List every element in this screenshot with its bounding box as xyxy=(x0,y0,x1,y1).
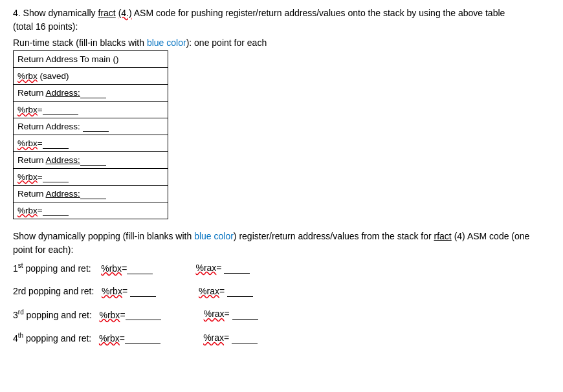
main-content: 4. Show dynamically fract (4.) ASM code … xyxy=(13,6,550,344)
rbx-pop-1: %rbx xyxy=(101,263,122,274)
address-label: Address: xyxy=(46,88,80,98)
row-9: Return Address: xyxy=(14,186,168,202)
pop-blank-3[interactable] xyxy=(126,309,161,320)
popping-rax-2: %rax= xyxy=(156,286,253,297)
pop-blank-4[interactable] xyxy=(125,333,160,344)
popping-label-3: 3rd popping and ret: %rbx= xyxy=(13,309,161,321)
rbx-pop-4: %rbx xyxy=(99,333,120,343)
row-5: Return Address: xyxy=(14,118,168,135)
pop-blank-1[interactable] xyxy=(127,263,153,274)
blank-10[interactable] xyxy=(43,206,69,216)
sup-1: st xyxy=(18,262,23,269)
popping-row-3: 3rd popping and ret: %rbx= %rax= xyxy=(13,309,550,321)
address-label-3: Address: xyxy=(46,189,80,199)
row-3: Return Address: xyxy=(14,85,168,102)
popping-label-1: 1st popping and ret: %rbx= xyxy=(13,262,153,274)
pop-blank-2[interactable] xyxy=(130,286,156,297)
table-row: %rbx= xyxy=(14,135,168,152)
fract-word: fract xyxy=(98,8,116,18)
row-1: Return Address To main () xyxy=(14,51,168,68)
sup-3: rd xyxy=(18,309,24,316)
rax-pop-1: %rax xyxy=(195,263,216,273)
rax-blank-3[interactable] xyxy=(232,309,258,320)
rbx-word-5: %rbx xyxy=(17,206,38,215)
table-row: %rbx= xyxy=(14,102,168,118)
rax-blank-2[interactable] xyxy=(227,286,253,297)
rax-pop-4: %rax xyxy=(203,332,224,343)
popping-row-4: 4th popping and ret: %rbx= %rax= xyxy=(13,332,550,344)
table-row: Return Address: xyxy=(14,152,168,169)
table-row: Return Address: xyxy=(14,85,168,102)
subheader: Run-time stack (fill-in blacks with blue… xyxy=(13,38,550,48)
rfact-word: rfact xyxy=(434,231,452,241)
rax-blank-1[interactable] xyxy=(224,263,250,274)
row-10: %rbx= xyxy=(14,202,168,219)
blank-7[interactable] xyxy=(80,155,106,166)
row-4: %rbx= xyxy=(14,102,168,118)
rax-pop-2: %rax xyxy=(199,286,219,296)
rax-pop-3: %rax xyxy=(204,309,225,319)
blue-label-2: blue color xyxy=(194,231,234,241)
stack-table: Return Address To main () %rbx (saved) R… xyxy=(13,50,168,219)
rbx-pop-3: %rbx xyxy=(99,309,120,320)
blank-3[interactable] xyxy=(80,88,106,98)
rbx-word-3: %rbx xyxy=(17,138,38,148)
popping-rax-1: %rax= xyxy=(153,263,250,274)
blank-8[interactable] xyxy=(43,172,69,182)
rbx-word: %rbx xyxy=(17,71,38,81)
blank-9[interactable] xyxy=(80,189,106,199)
rbx-pop-2: %rbx xyxy=(102,286,122,296)
table-row: Return Address To main () xyxy=(14,51,168,68)
popping-label-2: 2rd popping and ret: %rbx= xyxy=(13,286,156,297)
question-header: 4. Show dynamically fract (4.) ASM code … xyxy=(13,6,550,34)
blank-5[interactable] xyxy=(83,122,109,132)
popping-rax-4: %rax= xyxy=(160,332,258,343)
rax-blank-4[interactable] xyxy=(232,332,258,343)
sup-4: th xyxy=(18,332,23,339)
table-row: Return Address: xyxy=(14,118,168,135)
popping-rax-3: %rax= xyxy=(161,309,258,320)
popping-row-1: 1st popping and ret: %rbx= %rax= xyxy=(13,262,550,274)
popping-label-4: 4th popping and ret: %rbx= xyxy=(13,332,160,344)
blue-label-1: blue color xyxy=(147,38,186,48)
row-8: %rbx= xyxy=(14,169,168,186)
table-row: Return Address: xyxy=(14,186,168,202)
rbx-word-4: %rbx xyxy=(17,172,38,182)
row-6: %rbx= xyxy=(14,135,168,152)
table-row: %rbx= xyxy=(14,202,168,219)
table-row: %rbx (saved) xyxy=(14,68,168,85)
fract-parens: (4.) xyxy=(118,8,132,18)
blank-6[interactable] xyxy=(43,138,69,149)
popping-header: Show dynamically popping (fill-in blanks… xyxy=(13,230,550,257)
address-label-2: Address: xyxy=(46,155,80,165)
row-2: %rbx (saved) xyxy=(14,68,168,85)
popping-section: Show dynamically popping (fill-in blanks… xyxy=(13,230,550,344)
blank-4[interactable] xyxy=(43,105,78,115)
table-row: %rbx= xyxy=(14,169,168,186)
popping-row-2: 2rd popping and ret: %rbx= %rax= xyxy=(13,286,550,297)
rbx-word-2: %rbx xyxy=(17,105,38,114)
row-7: Return Address: xyxy=(14,152,168,169)
